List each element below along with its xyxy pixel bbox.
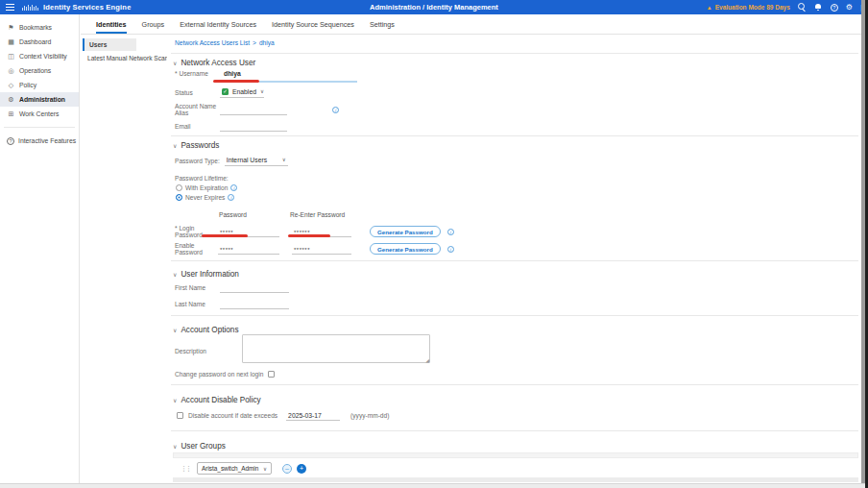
disable-account-checkbox[interactable]: [177, 412, 183, 419]
with-expiration-label: With Expiration: [185, 184, 228, 191]
password-column-header: Password: [219, 211, 247, 218]
warning-icon: ▲: [707, 5, 712, 11]
enable-password-input[interactable]: *****: [218, 244, 279, 255]
sidebar-item-administration[interactable]: ⚙ Administration: [0, 92, 79, 107]
settings-gear-icon[interactable]: ⚙: [846, 4, 853, 12]
never-expires-option: Never Expires i: [176, 194, 234, 201]
evaluation-mode-badge[interactable]: ▲ Evaluation Mode 89 Days: [707, 4, 790, 11]
tab-external-identity-sources[interactable]: External Identity Sources: [180, 20, 256, 34]
last-name-label: Last Name: [175, 301, 217, 307]
sidebar-item-policy[interactable]: ◇ Policy: [0, 78, 79, 92]
work-centers-icon: ⊞: [7, 110, 15, 118]
section-user-groups[interactable]: ∨ User Groups: [173, 442, 226, 451]
password-lifetime-label: Password Lifetime:: [175, 175, 229, 182]
info-icon[interactable]: i: [447, 229, 454, 235]
section-user-information[interactable]: ∨ User Information: [173, 270, 239, 279]
sidebar-item-operations[interactable]: ◎ Operations: [0, 63, 79, 78]
sidebar-item-interactive-features[interactable]: ? Interactive Features: [0, 134, 79, 148]
subnav-item-latest-manual-network-scan[interactable]: Latest Manual Network Scan Res...: [83, 52, 167, 64]
sidebar-item-bookmarks[interactable]: ⚑ Bookmarks: [0, 20, 79, 35]
breadcrumb: Network Access Users List > dhiya: [175, 39, 275, 46]
remove-group-button[interactable]: –: [282, 464, 292, 474]
sidebar-item-context-visibility[interactable]: ◫ Context Visibility: [0, 49, 79, 63]
section-account-disable-policy[interactable]: ∨ Account Disable Policy: [173, 396, 261, 404]
username-input[interactable]: dhiya: [224, 70, 241, 77]
section-passwords[interactable]: ∨ Passwords: [173, 141, 219, 150]
description-label: Description: [175, 348, 206, 354]
first-name-row: First Name: [175, 282, 289, 293]
first-name-input[interactable]: [220, 282, 289, 293]
drag-handle-icon[interactable]: ⋮⋮: [181, 465, 190, 473]
enable-password-row: Enable Password ***** ****** Generate Pa…: [175, 242, 454, 256]
description-label-row: Description: [175, 348, 206, 354]
context-visibility-icon: ◫: [7, 53, 15, 61]
generate-enable-password-button[interactable]: Generate Password: [370, 243, 441, 255]
chevron-down-icon: ∨: [173, 327, 177, 333]
breadcrumb-network-access-users-list[interactable]: Network Access Users List: [175, 39, 250, 46]
status-dropdown[interactable]: ✓ Enabled ∨: [220, 86, 264, 98]
password-type-dropdown[interactable]: Internal Users ∨: [225, 155, 288, 166]
status-row: Status ✓ Enabled ∨: [175, 86, 264, 98]
account-name-alias-input[interactable]: [220, 105, 287, 115]
breadcrumb-current-user: dhiya: [259, 39, 275, 46]
main-sidebar: ⚑ Bookmarks ▦ Dashboard ◫ Context Visibi…: [0, 14, 80, 483]
administration-icon: ⚙: [7, 96, 15, 104]
user-group-select[interactable]: Arista_switch_Admin ∨: [197, 462, 272, 475]
date-format-hint: (yyyy-mm-dd): [350, 412, 389, 419]
operations-icon: ◎: [7, 67, 15, 75]
password-lifetime-row: Password Lifetime:: [175, 175, 229, 182]
tab-settings[interactable]: Settings: [370, 20, 395, 34]
username-row: * Username dhiya: [175, 70, 241, 77]
password-type-row: Password Type: Internal Users ∨: [175, 155, 288, 166]
chevron-down-icon: ∨: [282, 157, 286, 162]
username-label: * Username: [175, 70, 217, 77]
email-label: Email: [175, 123, 217, 130]
divider: [171, 53, 858, 54]
tab-identities[interactable]: Identities: [96, 20, 127, 34]
chevron-down-icon: ∨: [263, 466, 267, 472]
disable-date-input[interactable]: 2025-03-17: [286, 410, 340, 421]
info-icon[interactable]: i: [447, 246, 454, 253]
user-edit-form: Network Access Users List > dhiya ∨ Netw…: [171, 35, 861, 483]
help-icon[interactable]: ?: [831, 4, 838, 12]
policy-icon: ◇: [7, 82, 15, 89]
info-icon[interactable]: i: [228, 194, 234, 201]
last-name-input[interactable]: [220, 299, 289, 309]
enable-password-reenter-input[interactable]: ******: [292, 244, 351, 255]
add-group-button[interactable]: +: [297, 464, 306, 474]
section-network-access-user[interactable]: ∨ Network Access User: [173, 59, 255, 67]
reenter-password-column-header: Re-Enter Password: [290, 211, 345, 218]
chevron-down-icon: ∨: [173, 142, 177, 149]
section-account-options[interactable]: ∨ Account Options: [173, 326, 238, 334]
chevron-down-icon: ∨: [173, 60, 177, 66]
disable-account-row: Disable account if date exceeds 2025-03-…: [177, 410, 389, 421]
email-input[interactable]: [220, 121, 287, 132]
sidebar-item-work-centers[interactable]: ⊞ Work Centers: [0, 107, 79, 121]
divider: [171, 260, 858, 261]
menu-icon[interactable]: [6, 4, 14, 11]
account-name-alias-row: Account Name Alias i: [175, 103, 339, 116]
breadcrumb-separator: >: [253, 39, 256, 46]
search-icon[interactable]: [798, 3, 807, 12]
info-icon[interactable]: i: [332, 107, 339, 113]
tab-identity-source-sequences[interactable]: Identity Source Sequences: [272, 20, 354, 34]
change-password-row: Change password on next login: [175, 371, 275, 378]
never-expires-radio[interactable]: [176, 194, 182, 201]
divider: [171, 430, 858, 431]
notifications-icon[interactable]: [814, 3, 823, 12]
sidebar-divider: [4, 127, 75, 128]
generate-login-password-button[interactable]: Generate Password: [370, 226, 441, 237]
subnav-item-users[interactable]: Users: [83, 38, 136, 51]
horizontal-scrollbar[interactable]: [0, 483, 865, 488]
first-name-label: First Name: [175, 284, 217, 291]
username-focus-underline: [259, 81, 357, 83]
change-password-checkbox[interactable]: [268, 371, 275, 378]
account-name-alias-label: Account Name Alias: [175, 103, 217, 116]
with-expiration-radio[interactable]: [176, 184, 182, 191]
sidebar-item-dashboard[interactable]: ▦ Dashboard: [0, 35, 79, 49]
description-textarea[interactable]: [242, 334, 430, 363]
tab-groups[interactable]: Groups: [142, 20, 165, 34]
enabled-check-icon: ✓: [222, 88, 229, 95]
info-icon[interactable]: i: [230, 184, 237, 191]
red-annotation-underline: [202, 234, 248, 237]
